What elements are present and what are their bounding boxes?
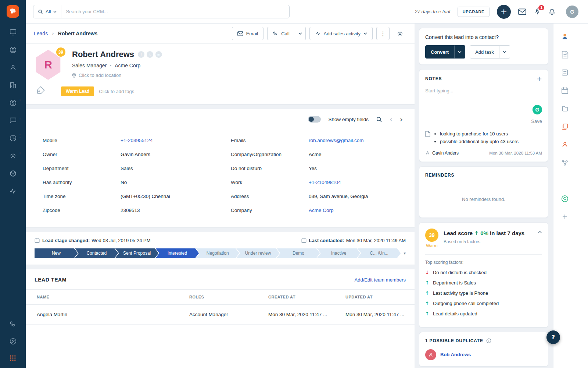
sidebar-item-apps[interactable] xyxy=(8,354,17,362)
add-location[interactable]: Click to add location xyxy=(72,72,162,78)
stage-new[interactable]: New xyxy=(35,248,78,258)
sidebar-item-deals[interactable]: ⋮ xyxy=(8,99,17,107)
connections-icon[interactable] xyxy=(561,159,569,167)
stage-interested[interactable]: Interested xyxy=(155,248,199,258)
sidebar-item-dashboard[interactable] xyxy=(8,28,17,36)
scoring-factors: Top scoring factors: ↓Do not disturb is … xyxy=(425,254,542,316)
files-icon[interactable] xyxy=(561,123,569,131)
add-edit-team-link[interactable]: Add/Edit team members xyxy=(355,277,406,283)
search-scope-dropdown[interactable]: All xyxy=(33,5,61,18)
stage-overflow-caret[interactable]: ▾ xyxy=(404,251,406,256)
sidebar-item-phone[interactable] xyxy=(8,320,17,328)
convert-caret[interactable] xyxy=(454,45,465,59)
info-icon[interactable] xyxy=(486,338,491,343)
call-button[interactable]: Call xyxy=(267,27,295,40)
next-record-arrow[interactable]: › xyxy=(400,116,403,123)
stage-sent-proposal[interactable]: Sent Proposal xyxy=(115,248,159,258)
show-empty-fields-label: Show empty fields xyxy=(328,117,369,122)
lead-highlights-icon[interactable] xyxy=(561,32,569,40)
add-task-button[interactable]: Add task xyxy=(470,45,499,59)
prev-record-arrow[interactable]: ‹ xyxy=(390,116,392,123)
twitter-icon[interactable]: t xyxy=(147,51,153,58)
quick-add-button[interactable]: + xyxy=(497,5,511,19)
warm-lead-tag[interactable]: Warm Lead xyxy=(61,86,94,96)
table-header-row: NAME ROLES CREATED AT UPDATED AT xyxy=(26,290,415,305)
col-name: NAME xyxy=(26,290,189,305)
breadcrumb-leads-link[interactable]: Leads xyxy=(34,31,48,36)
col-roles: ROLES xyxy=(189,290,268,305)
deals-kebab-icon[interactable]: ⋮ xyxy=(18,100,22,102)
user-avatar[interactable]: G xyxy=(566,6,578,18)
stage-demo[interactable]: Demo xyxy=(277,248,320,258)
sidebar-item-settings[interactable]: ⋮ xyxy=(8,152,17,160)
note-input[interactable]: Start typing... G Save xyxy=(425,88,542,125)
stage-negotiation[interactable]: Negotiation xyxy=(196,248,239,258)
call-options-caret[interactable] xyxy=(295,27,306,40)
whats-new-button[interactable]: 1 xyxy=(534,8,541,15)
email-inbox-button[interactable] xyxy=(518,8,526,15)
sidebar-item-activities[interactable] xyxy=(8,187,17,195)
email-value[interactable]: rob.andrews@gmail.com xyxy=(309,138,364,143)
grammarly-icon[interactable]: G xyxy=(533,105,542,114)
stage-under-review[interactable]: Under review xyxy=(236,248,280,258)
field-company-org: Company/OrganizationAcme xyxy=(231,147,404,161)
pulse-icon xyxy=(315,31,321,36)
sidebar-item-customers[interactable] xyxy=(8,63,17,71)
note-save-button[interactable]: Save xyxy=(531,118,542,124)
right-icon-rail xyxy=(553,24,576,368)
search-fields-icon[interactable] xyxy=(376,116,382,123)
stage-inactive[interactable]: Inactive xyxy=(317,248,361,258)
plus-icon: + xyxy=(501,7,507,16)
field-emails: Emailsrob.andrews@gmail.com xyxy=(231,133,404,147)
add-location-label: Click to add location xyxy=(79,72,121,78)
linkedin-icon[interactable]: in xyxy=(155,51,162,58)
chat-icon xyxy=(9,117,17,124)
tasks-icon[interactable] xyxy=(561,68,569,77)
work-phone-value[interactable]: +1-210498104 xyxy=(309,180,341,185)
add-task-caret[interactable] xyxy=(499,45,510,59)
convert-button[interactable]: Convert xyxy=(425,45,454,59)
field-do-not-disturb: Do not disturbYes xyxy=(231,161,404,175)
duplicate-record-link[interactable]: Bob Andrews xyxy=(440,352,471,357)
show-empty-fields-toggle[interactable] xyxy=(308,116,321,123)
folder-icon[interactable] xyxy=(561,105,569,113)
add-widget-icon[interactable] xyxy=(561,213,569,221)
notifications-button[interactable] xyxy=(548,8,556,15)
document-icon[interactable] xyxy=(561,50,569,59)
sidebar-item-contacts[interactable] xyxy=(8,46,17,54)
envelope-icon xyxy=(518,8,526,15)
stage-closed[interactable]: C... /Un... xyxy=(358,248,401,258)
add-sales-activity-button[interactable]: Add sales activity xyxy=(309,27,373,40)
reminders-empty-state: No reminders found. xyxy=(425,183,542,212)
email-button[interactable]: Email xyxy=(232,27,264,40)
page-settings-button[interactable] xyxy=(393,27,406,40)
gear-icon xyxy=(9,152,17,160)
factor-item: ↓Do not disturb is checked xyxy=(425,270,542,275)
note-item: looking to purchase for 10 users xyxy=(440,130,519,138)
add-note-icon[interactable]: + xyxy=(537,75,542,82)
settings-kebab-icon[interactable]: ⋮ xyxy=(18,153,22,155)
factor-item: ↑Department is Sales xyxy=(425,280,542,286)
help-button[interactable]: ? xyxy=(546,330,560,344)
company-link[interactable]: Acme Corp xyxy=(309,208,334,213)
conversations-kebab-icon[interactable]: ⋮ xyxy=(18,117,22,119)
sidebar-item-freddy[interactable] xyxy=(8,337,17,345)
freshworks-logo[interactable] xyxy=(7,5,19,18)
participants-icon[interactable] xyxy=(561,141,569,149)
collapse-card-caret[interactable] xyxy=(538,229,542,235)
upgrade-button[interactable]: UPGRADE xyxy=(458,7,490,17)
analytics-kebab-icon[interactable]: ⋮ xyxy=(18,135,22,137)
stage-contacted[interactable]: Contacted xyxy=(75,248,118,258)
mobile-value[interactable]: +1-203955124 xyxy=(121,138,153,143)
facebook-icon[interactable]: f xyxy=(138,51,144,58)
sidebar-item-conversations[interactable]: ⋮ xyxy=(8,116,17,124)
more-actions-button[interactable]: ⋮ xyxy=(376,27,390,40)
sync-status-icon[interactable] xyxy=(561,195,569,203)
sidebar-item-analytics[interactable]: ⋮ xyxy=(8,134,17,142)
calendar-icon[interactable] xyxy=(561,86,569,95)
sidebar-item-accounts[interactable] xyxy=(8,81,17,89)
search-input[interactable] xyxy=(61,9,289,14)
time-zone-value: (GMT+05:30) Chennai xyxy=(121,194,170,199)
add-tags[interactable]: Click to add tags xyxy=(99,89,134,94)
sidebar-item-products[interactable] xyxy=(8,169,17,177)
